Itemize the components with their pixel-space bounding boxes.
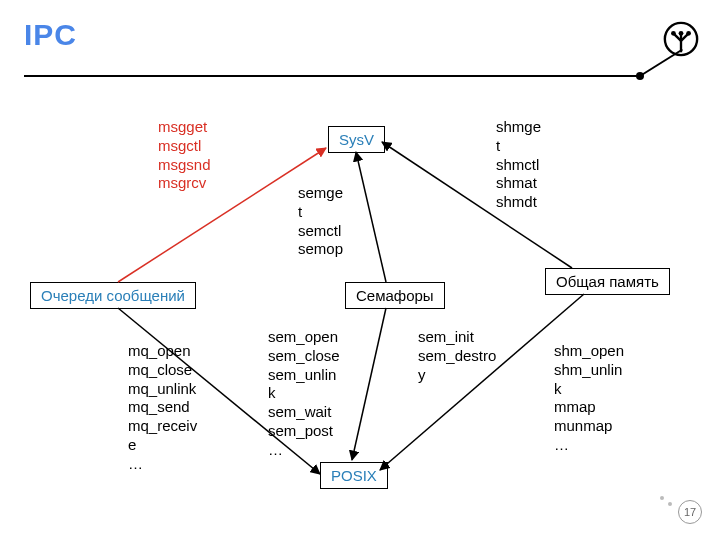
node-queues: Очереди сообщений [30, 282, 196, 309]
svg-line-8 [356, 152, 386, 282]
divider-line [24, 75, 640, 77]
page-number: 17 [678, 500, 702, 524]
svg-line-11 [352, 308, 386, 460]
label-shm-sysv: shmge t shmctl shmat shmdt [496, 118, 541, 212]
node-semaphores: Семафоры [345, 282, 445, 309]
node-sysv: SysV [328, 126, 385, 153]
svg-point-4 [671, 31, 676, 36]
slide: IPC SysV POSIX Очереди сообщений Семафор… [0, 0, 720, 540]
node-posix: POSIX [320, 462, 388, 489]
label-shm-posix: shm_open shm_unlin k mmap munmap … [554, 342, 624, 455]
label-sem-posix-named: sem_open sem_close sem_unlin k sem_wait … [268, 328, 340, 459]
label-mq-posix: mq_open mq_close mq_unlink mq_send mq_re… [128, 342, 197, 473]
svg-line-9 [382, 142, 572, 268]
corner-dot [660, 496, 664, 500]
label-msg-sysv: msgget msgctl msgsnd msgrcv [158, 118, 211, 193]
svg-line-7 [118, 148, 326, 282]
label-sem-posix-unnamed: sem_init sem_destro y [418, 328, 496, 384]
label-sem-sysv: semge t semctl semop [298, 184, 343, 259]
svg-point-2 [679, 31, 684, 36]
svg-point-6 [686, 31, 691, 36]
node-shared-mem: Общая память [545, 268, 670, 295]
corner-dot [668, 502, 672, 506]
logo-icon [662, 20, 700, 58]
page-title: IPC [24, 18, 77, 52]
